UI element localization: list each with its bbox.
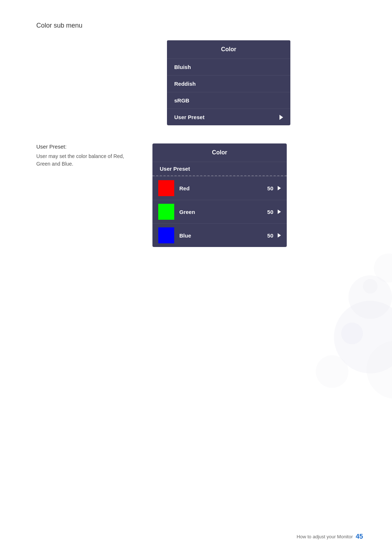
blue-value: 50 xyxy=(267,232,273,239)
menu-item-user-preset-label: User Preset xyxy=(174,114,204,120)
blue-arrow-icon xyxy=(278,233,281,238)
menu-item-bluish-label: Bluish xyxy=(174,64,191,70)
color-menu: Color Bluish Reddish sRGB User Preset xyxy=(167,40,290,125)
blue-label: Blue xyxy=(179,232,267,239)
description-text-block: User Preset: User may set the color bala… xyxy=(36,143,138,247)
menu-item-srgb[interactable]: sRGB xyxy=(167,92,290,109)
color-menu-container: Color Bluish Reddish sRGB User Preset xyxy=(94,40,363,125)
page-footer: How to adjust your Monitor 45 xyxy=(297,533,363,540)
description-section: User Preset: User may set the color bala… xyxy=(36,143,363,247)
green-arrow-icon xyxy=(278,210,281,214)
color-menu-title: Color xyxy=(167,40,290,58)
green-value: 50 xyxy=(267,209,273,215)
color-row-red[interactable]: Red 50 xyxy=(152,176,287,200)
user-preset-arrow-icon xyxy=(279,115,283,120)
user-preset-menu-title: Color xyxy=(152,143,287,162)
red-value: 50 xyxy=(267,185,273,191)
user-preset-submenu-title: User Preset xyxy=(152,162,287,176)
menu-item-reddish-label: Reddish xyxy=(174,81,196,87)
red-swatch xyxy=(158,180,174,196)
green-swatch xyxy=(158,204,174,220)
blue-swatch xyxy=(158,227,174,243)
page-number: 45 xyxy=(356,533,363,540)
user-preset-description: User may set the color balance of Red, G… xyxy=(36,153,138,168)
section-title: Color sub menu xyxy=(36,22,363,29)
menu-item-user-preset[interactable]: User Preset xyxy=(167,109,290,125)
red-arrow-icon xyxy=(278,186,281,190)
menu-item-reddish[interactable]: Reddish xyxy=(167,75,290,92)
user-preset-heading: User Preset: xyxy=(36,143,138,150)
red-label: Red xyxy=(179,185,267,191)
footer-text: How to adjust your Monitor xyxy=(297,534,353,539)
color-row-blue[interactable]: Blue 50 xyxy=(152,223,287,247)
green-label: Green xyxy=(179,209,267,215)
menu-item-srgb-label: sRGB xyxy=(174,97,189,104)
user-preset-menu: Color User Preset Red 50 Green 50 Blue 5… xyxy=(152,143,287,247)
menu-item-bluish[interactable]: Bluish xyxy=(167,58,290,75)
color-row-green[interactable]: Green 50 xyxy=(152,200,287,223)
